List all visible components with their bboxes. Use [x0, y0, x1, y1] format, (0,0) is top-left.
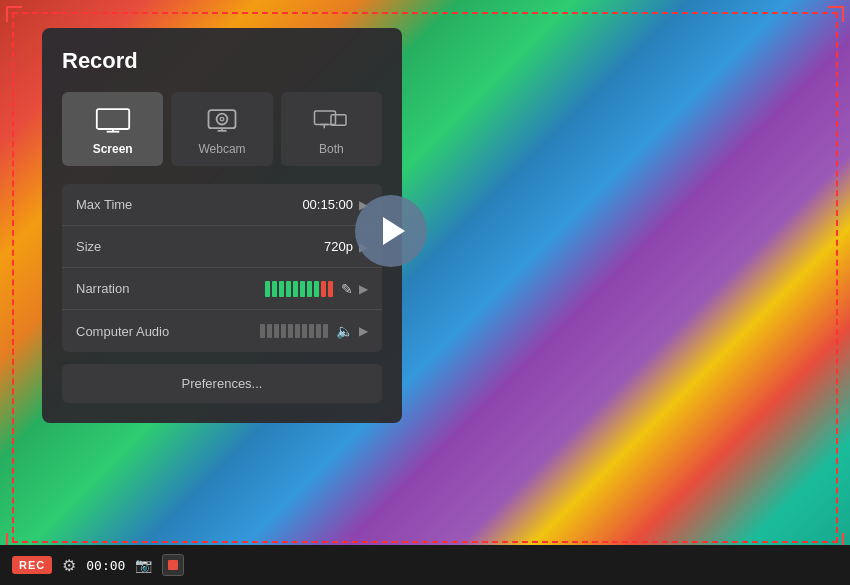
- max-time-row: Max Time 00:15:00 ▶: [62, 184, 382, 226]
- svg-point-5: [217, 114, 228, 125]
- play-button[interactable]: [355, 195, 427, 267]
- narration-row: Narration ✎ ▶: [62, 268, 382, 310]
- mode-screen-button[interactable]: Screen: [62, 92, 163, 166]
- bar-1: [265, 281, 270, 297]
- gray-bar-9: [316, 324, 321, 338]
- mode-selector: Screen Webcam Both: [62, 92, 382, 166]
- mode-webcam-button[interactable]: Webcam: [171, 92, 272, 166]
- bar-8: [314, 281, 319, 297]
- bar-9: [321, 281, 326, 297]
- gear-button[interactable]: ⚙: [62, 556, 76, 575]
- bottom-toolbar: REC ⚙ 00:00 📷: [0, 545, 850, 585]
- timer-display: 00:00: [86, 558, 125, 573]
- both-icon: [313, 106, 349, 134]
- narration-label: Narration: [76, 281, 196, 296]
- size-label: Size: [76, 239, 196, 254]
- webcam-label: Webcam: [198, 142, 245, 156]
- gray-bar-6: [295, 324, 300, 338]
- gray-bar-2: [267, 324, 272, 338]
- svg-rect-9: [315, 111, 336, 125]
- gray-bar-8: [309, 324, 314, 338]
- gray-bar-7: [302, 324, 307, 338]
- bar-10: [328, 281, 333, 297]
- bar-3: [279, 281, 284, 297]
- screen-icon: [95, 106, 131, 134]
- computer-audio-row: Computer Audio 🔈 ▶: [62, 310, 382, 352]
- max-time-value: 00:15:00: [302, 197, 353, 212]
- webcam-icon: [204, 106, 240, 134]
- gear-icon: ⚙: [62, 556, 76, 575]
- svg-point-6: [220, 117, 224, 121]
- record-panel: Record Screen Webcam: [42, 28, 402, 423]
- panel-title: Record: [62, 48, 382, 74]
- corner-tl: [6, 6, 22, 22]
- settings-section: Max Time 00:15:00 ▶ Size 720p ▶ Narratio…: [62, 184, 382, 352]
- svg-rect-0: [96, 109, 128, 129]
- stop-icon: [168, 560, 178, 570]
- preferences-button[interactable]: Preferences...: [62, 364, 382, 403]
- size-value: 720p: [324, 239, 353, 254]
- speaker-icon[interactable]: 🔈: [336, 323, 353, 339]
- gray-bar-4: [281, 324, 286, 338]
- gray-bar-5: [288, 324, 293, 338]
- bar-6: [300, 281, 305, 297]
- stop-button[interactable]: [162, 554, 184, 576]
- play-triangle-icon: [383, 217, 405, 245]
- camera-icon: 📷: [135, 557, 152, 573]
- narration-bars: [265, 281, 333, 297]
- bar-4: [286, 281, 291, 297]
- gray-bar-3: [274, 324, 279, 338]
- gray-bar-10: [323, 324, 328, 338]
- camera-button[interactable]: 📷: [135, 557, 152, 573]
- audio-arrow[interactable]: ▶: [359, 324, 368, 338]
- both-label: Both: [319, 142, 344, 156]
- mode-both-button[interactable]: Both: [281, 92, 382, 166]
- narration-arrow[interactable]: ▶: [359, 282, 368, 296]
- svg-rect-10: [331, 115, 346, 126]
- max-time-label: Max Time: [76, 197, 196, 212]
- mic-icon[interactable]: ✎: [341, 281, 353, 297]
- bar-5: [293, 281, 298, 297]
- bar-2: [272, 281, 277, 297]
- screen-label: Screen: [93, 142, 133, 156]
- computer-audio-label: Computer Audio: [76, 324, 196, 339]
- size-row: Size 720p ▶: [62, 226, 382, 268]
- gray-bar-1: [260, 324, 265, 338]
- corner-tr: [828, 6, 844, 22]
- rec-badge: REC: [12, 556, 52, 574]
- bar-7: [307, 281, 312, 297]
- computer-audio-bars: [260, 324, 328, 338]
